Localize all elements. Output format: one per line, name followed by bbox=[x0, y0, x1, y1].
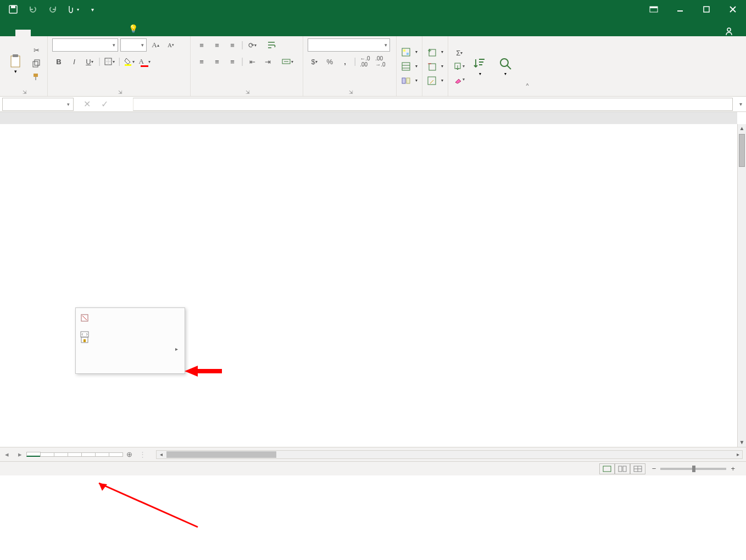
underline-button[interactable]: U ▾ bbox=[83, 55, 96, 68]
merge-center-icon[interactable]: ▾ bbox=[276, 55, 298, 68]
fill-icon[interactable]: ▾ bbox=[453, 60, 466, 73]
number-launcher-icon[interactable]: ⇲ bbox=[349, 89, 353, 95]
new-sheet-icon[interactable]: ⊕ bbox=[123, 450, 136, 458]
hscroll-right-icon[interactable]: ▸ bbox=[733, 451, 742, 458]
italic-button[interactable]: I bbox=[68, 55, 81, 68]
align-bottom-icon[interactable]: ≡ bbox=[226, 38, 239, 52]
menu-hide[interactable] bbox=[76, 355, 185, 360]
format-as-table-button[interactable]: ▾ bbox=[401, 59, 417, 74]
accounting-format-icon[interactable]: $ ▾ bbox=[308, 55, 321, 68]
page-break-view-icon[interactable] bbox=[630, 463, 645, 474]
sheet-tab-jdbc[interactable] bbox=[81, 452, 96, 457]
sheet-tab-more[interactable] bbox=[109, 452, 123, 457]
tab-view[interactable] bbox=[108, 30, 123, 36]
sheet-tab-sheet3[interactable] bbox=[40, 452, 54, 457]
tab-page-layout[interactable] bbox=[46, 30, 62, 36]
font-size-combo[interactable]: ▾ bbox=[120, 38, 147, 52]
menu-move-copy[interactable] bbox=[76, 327, 185, 332]
align-left-icon[interactable]: ≡ bbox=[195, 55, 208, 68]
collapse-ribbon-icon[interactable]: ˄ bbox=[521, 36, 534, 96]
menu-view-code[interactable] bbox=[76, 332, 185, 338]
decrease-font-icon[interactable]: A▾ bbox=[164, 38, 177, 52]
paste-button[interactable]: ▾ bbox=[4, 52, 26, 75]
sheet-nav-prev-icon[interactable]: ◂ bbox=[0, 450, 13, 458]
enter-formula-icon[interactable]: ✓ bbox=[98, 99, 111, 109]
format-cells-button[interactable]: ▾ bbox=[427, 74, 443, 88]
maximize-button[interactable] bbox=[693, 0, 720, 19]
tell-me-box[interactable]: 💡 bbox=[123, 21, 147, 36]
delete-cells-button[interactable]: ▾ bbox=[427, 59, 443, 74]
share-button[interactable] bbox=[724, 26, 737, 36]
align-top-icon[interactable]: ≡ bbox=[195, 38, 208, 52]
copy-button[interactable] bbox=[30, 57, 43, 70]
sheet-tab-sheet1[interactable] bbox=[26, 452, 41, 457]
scroll-thumb[interactable] bbox=[739, 134, 745, 167]
menu-tab-color[interactable]: ▸ bbox=[76, 343, 185, 355]
sort-filter-button[interactable]: ▾ bbox=[469, 55, 491, 77]
sheet-nav-next-icon[interactable]: ▸ bbox=[13, 450, 26, 458]
bold-button[interactable]: B bbox=[52, 55, 65, 68]
clear-icon[interactable]: ▾ bbox=[453, 73, 466, 86]
expand-formula-bar-icon[interactable]: ▾ bbox=[735, 101, 746, 107]
align-center-icon[interactable]: ≡ bbox=[210, 55, 224, 68]
decrease-indent-icon[interactable]: ⇤ bbox=[246, 55, 259, 68]
tab-data[interactable] bbox=[77, 30, 92, 36]
redo-icon[interactable] bbox=[45, 2, 60, 17]
align-middle-icon[interactable]: ≡ bbox=[210, 38, 224, 52]
close-button[interactable] bbox=[720, 0, 746, 19]
fill-color-button[interactable]: ▾ bbox=[123, 55, 136, 68]
zoom-slider[interactable] bbox=[660, 468, 726, 470]
page-layout-view-icon[interactable] bbox=[615, 463, 630, 474]
tab-insert[interactable] bbox=[31, 30, 46, 36]
conditional-formatting-button[interactable]: ▾ bbox=[401, 45, 417, 59]
cancel-formula-icon[interactable]: ✕ bbox=[80, 99, 93, 109]
number-format-combo[interactable]: ▾ bbox=[308, 38, 390, 52]
autosum-icon[interactable]: Σ ▾ bbox=[453, 47, 466, 60]
tab-home[interactable] bbox=[15, 30, 31, 36]
alignment-launcher-icon[interactable]: ⇲ bbox=[246, 89, 250, 95]
vertical-scrollbar[interactable]: ▲ ▼ bbox=[737, 124, 746, 447]
increase-font-icon[interactable]: A▴ bbox=[149, 38, 162, 52]
increase-decimal-icon[interactable]: ←.0.00 bbox=[358, 55, 371, 68]
menu-rename[interactable] bbox=[76, 321, 185, 327]
undo-icon[interactable] bbox=[25, 2, 41, 17]
menu-delete[interactable] bbox=[76, 316, 185, 321]
wrap-text-icon[interactable] bbox=[261, 38, 283, 52]
insert-cells-button[interactable]: ▾ bbox=[427, 45, 443, 59]
save-icon[interactable] bbox=[5, 2, 21, 17]
sheet-tab-sheet4[interactable] bbox=[54, 452, 68, 457]
minimize-button[interactable] bbox=[667, 0, 693, 19]
sheet-tab-sheet2[interactable] bbox=[95, 452, 109, 457]
align-right-icon[interactable]: ≡ bbox=[226, 55, 239, 68]
clipboard-launcher-icon[interactable]: ⇲ bbox=[23, 89, 27, 95]
name-box[interactable]: ▾ bbox=[2, 98, 74, 111]
decrease-decimal-icon[interactable]: .00→.0 bbox=[374, 55, 387, 68]
qat-customize-icon[interactable]: ▾ bbox=[85, 2, 100, 17]
horizontal-scrollbar[interactable]: ◂ ▸ bbox=[156, 450, 743, 459]
sheet-tab-cpp[interactable] bbox=[68, 452, 82, 457]
format-painter-button[interactable] bbox=[30, 70, 43, 83]
font-color-button[interactable]: A▾ bbox=[138, 55, 151, 68]
zoom-out-icon[interactable]: − bbox=[652, 464, 656, 473]
normal-view-icon[interactable] bbox=[599, 463, 615, 474]
scroll-down-icon[interactable]: ▼ bbox=[738, 438, 746, 447]
cell-styles-button[interactable]: ▾ bbox=[401, 74, 417, 88]
scroll-up-icon[interactable]: ▲ bbox=[738, 124, 746, 133]
menu-select-all-sheets[interactable] bbox=[76, 366, 185, 371]
percent-format-icon[interactable]: % bbox=[323, 55, 336, 68]
font-name-combo[interactable]: ▾ bbox=[52, 38, 118, 52]
increase-indent-icon[interactable]: ⇥ bbox=[261, 55, 274, 68]
orientation-icon[interactable]: ⟳▾ bbox=[246, 38, 259, 52]
font-launcher-icon[interactable]: ⇲ bbox=[118, 89, 123, 95]
borders-button[interactable]: ▾ bbox=[103, 55, 116, 68]
comma-format-icon[interactable]: , bbox=[338, 55, 352, 68]
formula-input[interactable] bbox=[133, 98, 733, 111]
menu-protect-sheet[interactable] bbox=[76, 338, 185, 343]
spreadsheet-grid[interactable]: ▲ ▼ bbox=[0, 112, 746, 447]
zoom-in-icon[interactable]: + bbox=[731, 464, 735, 473]
find-select-button[interactable]: ▾ bbox=[494, 55, 516, 77]
hscroll-thumb[interactable] bbox=[166, 451, 276, 458]
cut-button[interactable]: ✂ bbox=[30, 44, 43, 57]
menu-insert[interactable] bbox=[76, 310, 185, 316]
hscroll-left-icon[interactable]: ◂ bbox=[157, 451, 165, 458]
